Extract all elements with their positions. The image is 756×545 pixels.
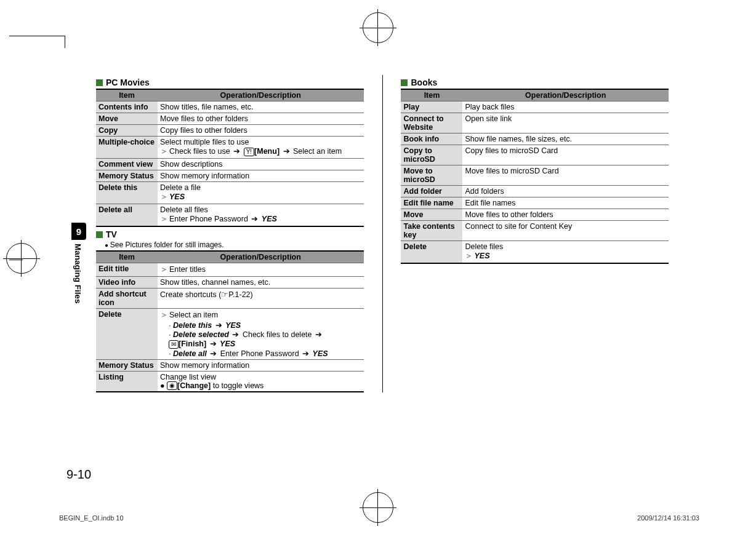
table-row: Book infoShow file names, file sizes, et… xyxy=(401,133,669,145)
description-cell: Show memory information xyxy=(158,170,364,182)
description-cell: Delete a file＞YES xyxy=(158,182,364,204)
square-bullet-icon xyxy=(96,231,103,238)
section-note: See Pictures folder for still images. xyxy=(105,241,364,249)
page: 9 Managing Files PC MoviesItemOperation/… xyxy=(0,0,756,545)
description-cell: Show titles, channel names, etc. xyxy=(158,277,364,288)
table-row: Multiple-choiceSelect multiple files to … xyxy=(96,137,364,159)
table-row: Edit title＞Enter titles xyxy=(96,263,364,277)
description-cell: Show titles, file names, etc. xyxy=(158,101,364,113)
item-cell: Copy xyxy=(96,125,158,137)
item-cell: Connect to Website xyxy=(401,113,462,133)
content-area: PC MoviesItemOperation/DescriptionConten… xyxy=(96,75,669,392)
item-cell: Move xyxy=(401,209,462,221)
table-row: Memory StatusShow memory information xyxy=(96,170,364,182)
description-cell: ＞Select an item· Delete this ➔ YES· Dele… xyxy=(158,309,364,360)
registration-mark-icon xyxy=(377,9,378,46)
item-cell: Edit file name xyxy=(401,197,462,209)
table-row: Delete＞Select an item· Delete this ➔ YES… xyxy=(96,309,364,360)
key-icon: Y! xyxy=(244,148,254,156)
description-cell: Delete files＞YES xyxy=(462,241,669,264)
page-number: 9-10 xyxy=(66,467,91,482)
section-title: Books xyxy=(411,78,437,87)
chapter-tab: 9 Managing Files xyxy=(71,223,86,304)
print-footer: BEGIN_E_OI.indb 10 2009/12/14 16:31:03 xyxy=(59,514,699,522)
item-cell: Play xyxy=(401,101,462,113)
right-column: BooksItemOperation/DescriptionPlayPlay b… xyxy=(401,75,669,392)
table-row: Copy to microSDCopy files to microSD Car… xyxy=(401,145,669,165)
table-row: Comment viewShow descriptions xyxy=(96,159,364,170)
column-header: Item xyxy=(401,89,462,101)
registration-mark-icon xyxy=(360,28,396,28)
item-cell: Delete xyxy=(96,309,158,360)
item-cell: Move to microSD xyxy=(401,165,462,186)
table-row: PlayPlay back files xyxy=(401,101,669,113)
operation-table: ItemOperation/DescriptionPlayPlay back f… xyxy=(401,89,669,264)
column-divider xyxy=(382,75,383,392)
crop-mark xyxy=(9,36,65,36)
item-cell: Delete all xyxy=(96,204,158,227)
section-heading: TV xyxy=(96,229,364,239)
description-cell: Open site link xyxy=(462,113,669,133)
description-cell: Show memory information xyxy=(158,359,364,371)
table-row: Contents infoShow titles, file names, et… xyxy=(96,101,364,113)
item-cell: Book info xyxy=(401,133,462,145)
table-row: Add shortcut iconCreate shortcuts (☞P.1-… xyxy=(96,288,364,309)
operation-table: ItemOperation/DescriptionEdit title＞Ente… xyxy=(96,250,364,392)
description-cell: Edit file names xyxy=(462,197,669,209)
left-column: PC MoviesItemOperation/DescriptionConten… xyxy=(96,75,364,392)
column-header: Operation/Description xyxy=(462,89,669,101)
crop-mark xyxy=(65,36,65,48)
item-cell: Contents info xyxy=(96,101,158,113)
description-cell: Change list view● ◉[Change] to toggle vi… xyxy=(158,371,364,392)
item-cell: Listing xyxy=(96,371,158,392)
description-cell: Select multiple files to use＞Check files… xyxy=(158,137,364,159)
section-heading: PC Movies xyxy=(96,78,364,87)
section-title: TV xyxy=(106,229,117,239)
item-cell: Multiple-choice xyxy=(96,137,158,159)
item-cell: Memory Status xyxy=(96,359,158,371)
table-row: Memory StatusShow memory information xyxy=(96,359,364,371)
registration-mark-icon xyxy=(21,240,22,277)
description-cell: Show descriptions xyxy=(158,159,364,170)
registration-mark-icon xyxy=(360,507,396,508)
description-cell: ＞Enter titles xyxy=(158,263,364,277)
table-row: DeleteDelete files＞YES xyxy=(401,241,669,264)
description-cell: Create shortcuts (☞P.1-22) xyxy=(158,288,364,309)
chapter-label: Managing Files xyxy=(73,244,82,304)
column-header: Operation/Description xyxy=(158,89,364,101)
table-row: ListingChange list view● ◉[Change] to to… xyxy=(96,371,364,392)
table-row: MoveMove files to other folders xyxy=(96,113,364,125)
footer-right: 2009/12/14 16:31:03 xyxy=(637,514,699,522)
item-cell: Copy to microSD xyxy=(401,145,462,165)
item-cell: Move xyxy=(96,113,158,125)
item-cell: Delete xyxy=(401,241,462,264)
table-row: CopyCopy files to other folders xyxy=(96,125,364,137)
description-cell: Move files to other folders xyxy=(158,113,364,125)
column-header: Item xyxy=(96,251,158,263)
registration-mark-icon xyxy=(3,258,40,259)
section-heading: Books xyxy=(401,78,669,87)
table-row: Edit file nameEdit file names xyxy=(401,197,669,209)
table-row: Delete allDelete all files＞Enter Phone P… xyxy=(96,204,364,227)
key-icon: ◉ xyxy=(167,381,177,390)
table-row: MoveMove files to other folders xyxy=(401,209,669,221)
item-cell: Take contents key xyxy=(401,221,462,241)
footer-left: BEGIN_E_OI.indb 10 xyxy=(59,514,124,522)
table-row: Add folderAdd folders xyxy=(401,186,669,197)
column-header: Item xyxy=(96,89,158,101)
square-bullet-icon xyxy=(401,79,408,86)
square-bullet-icon xyxy=(96,79,103,86)
column-header: Operation/Description xyxy=(158,251,364,263)
item-cell: Add shortcut icon xyxy=(96,288,158,309)
table-row: Connect to WebsiteOpen site link xyxy=(401,113,669,133)
item-cell: Add folder xyxy=(401,186,462,197)
description-cell: Copy files to microSD Card xyxy=(462,145,669,165)
item-cell: Delete this xyxy=(96,182,158,204)
section-title: PC Movies xyxy=(106,78,150,87)
item-cell: Memory Status xyxy=(96,170,158,182)
operation-table: ItemOperation/DescriptionContents infoSh… xyxy=(96,89,364,227)
description-cell: Show file names, file sizes, etc. xyxy=(462,133,669,145)
description-cell: Move files to other folders xyxy=(462,209,669,221)
description-cell: Copy files to other folders xyxy=(158,125,364,137)
description-cell: Add folders xyxy=(462,186,669,197)
